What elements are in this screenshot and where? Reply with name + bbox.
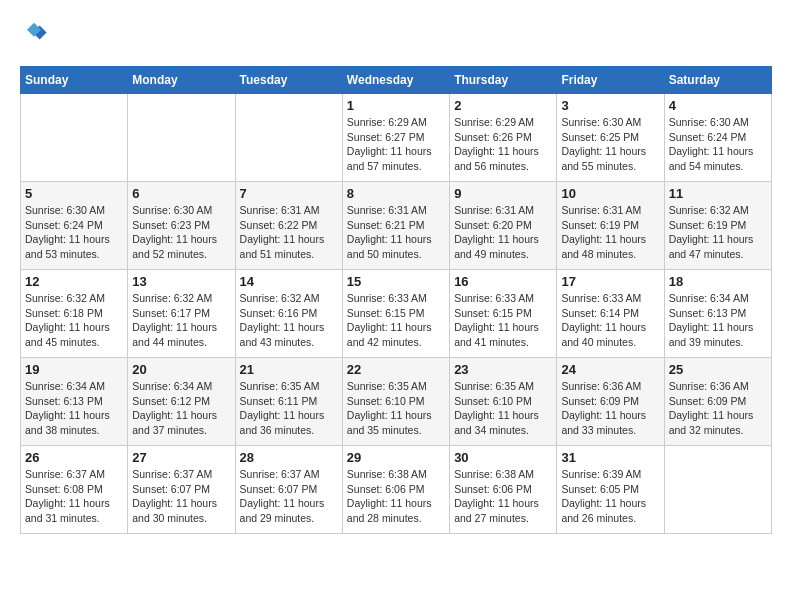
day-number: 17 <box>561 274 659 289</box>
calendar-cell: 7Sunrise: 6:31 AM Sunset: 6:22 PM Daylig… <box>235 182 342 270</box>
day-info: Sunrise: 6:36 AM Sunset: 6:09 PM Dayligh… <box>561 379 659 438</box>
day-number: 6 <box>132 186 230 201</box>
day-number: 31 <box>561 450 659 465</box>
day-info: Sunrise: 6:30 AM Sunset: 6:25 PM Dayligh… <box>561 115 659 174</box>
weekday-header-sunday: Sunday <box>21 67 128 94</box>
calendar-cell: 11Sunrise: 6:32 AM Sunset: 6:19 PM Dayli… <box>664 182 771 270</box>
calendar-cell <box>128 94 235 182</box>
day-info: Sunrise: 6:32 AM Sunset: 6:18 PM Dayligh… <box>25 291 123 350</box>
calendar-cell: 16Sunrise: 6:33 AM Sunset: 6:15 PM Dayli… <box>450 270 557 358</box>
calendar-cell: 29Sunrise: 6:38 AM Sunset: 6:06 PM Dayli… <box>342 446 449 534</box>
day-number: 28 <box>240 450 338 465</box>
weekday-header-monday: Monday <box>128 67 235 94</box>
day-number: 1 <box>347 98 445 113</box>
calendar-cell: 2Sunrise: 6:29 AM Sunset: 6:26 PM Daylig… <box>450 94 557 182</box>
calendar-cell <box>235 94 342 182</box>
day-info: Sunrise: 6:33 AM Sunset: 6:14 PM Dayligh… <box>561 291 659 350</box>
day-info: Sunrise: 6:35 AM Sunset: 6:10 PM Dayligh… <box>454 379 552 438</box>
day-number: 5 <box>25 186 123 201</box>
calendar-cell: 9Sunrise: 6:31 AM Sunset: 6:20 PM Daylig… <box>450 182 557 270</box>
day-number: 10 <box>561 186 659 201</box>
day-info: Sunrise: 6:34 AM Sunset: 6:13 PM Dayligh… <box>25 379 123 438</box>
day-number: 26 <box>25 450 123 465</box>
weekday-header-saturday: Saturday <box>664 67 771 94</box>
calendar-cell: 18Sunrise: 6:34 AM Sunset: 6:13 PM Dayli… <box>664 270 771 358</box>
calendar-cell: 12Sunrise: 6:32 AM Sunset: 6:18 PM Dayli… <box>21 270 128 358</box>
day-info: Sunrise: 6:31 AM Sunset: 6:22 PM Dayligh… <box>240 203 338 262</box>
day-number: 19 <box>25 362 123 377</box>
day-info: Sunrise: 6:38 AM Sunset: 6:06 PM Dayligh… <box>454 467 552 526</box>
calendar-cell: 30Sunrise: 6:38 AM Sunset: 6:06 PM Dayli… <box>450 446 557 534</box>
calendar-cell <box>21 94 128 182</box>
day-info: Sunrise: 6:31 AM Sunset: 6:20 PM Dayligh… <box>454 203 552 262</box>
calendar-cell: 31Sunrise: 6:39 AM Sunset: 6:05 PM Dayli… <box>557 446 664 534</box>
day-number: 9 <box>454 186 552 201</box>
general-blue-logo-icon <box>20 20 48 48</box>
day-info: Sunrise: 6:29 AM Sunset: 6:26 PM Dayligh… <box>454 115 552 174</box>
calendar-cell: 27Sunrise: 6:37 AM Sunset: 6:07 PM Dayli… <box>128 446 235 534</box>
day-number: 30 <box>454 450 552 465</box>
day-number: 16 <box>454 274 552 289</box>
calendar-cell: 23Sunrise: 6:35 AM Sunset: 6:10 PM Dayli… <box>450 358 557 446</box>
weekday-header-wednesday: Wednesday <box>342 67 449 94</box>
day-info: Sunrise: 6:37 AM Sunset: 6:07 PM Dayligh… <box>132 467 230 526</box>
day-number: 11 <box>669 186 767 201</box>
calendar-cell: 17Sunrise: 6:33 AM Sunset: 6:14 PM Dayli… <box>557 270 664 358</box>
calendar-cell: 3Sunrise: 6:30 AM Sunset: 6:25 PM Daylig… <box>557 94 664 182</box>
day-info: Sunrise: 6:31 AM Sunset: 6:21 PM Dayligh… <box>347 203 445 262</box>
calendar-cell: 15Sunrise: 6:33 AM Sunset: 6:15 PM Dayli… <box>342 270 449 358</box>
day-number: 4 <box>669 98 767 113</box>
day-number: 7 <box>240 186 338 201</box>
logo <box>20 20 52 48</box>
calendar-cell: 26Sunrise: 6:37 AM Sunset: 6:08 PM Dayli… <box>21 446 128 534</box>
day-number: 23 <box>454 362 552 377</box>
day-number: 14 <box>240 274 338 289</box>
day-number: 2 <box>454 98 552 113</box>
weekday-header-thursday: Thursday <box>450 67 557 94</box>
calendar-cell: 24Sunrise: 6:36 AM Sunset: 6:09 PM Dayli… <box>557 358 664 446</box>
calendar-table: SundayMondayTuesdayWednesdayThursdayFrid… <box>20 66 772 534</box>
day-info: Sunrise: 6:39 AM Sunset: 6:05 PM Dayligh… <box>561 467 659 526</box>
day-info: Sunrise: 6:35 AM Sunset: 6:10 PM Dayligh… <box>347 379 445 438</box>
weekday-header-friday: Friday <box>557 67 664 94</box>
calendar-cell: 25Sunrise: 6:36 AM Sunset: 6:09 PM Dayli… <box>664 358 771 446</box>
day-info: Sunrise: 6:34 AM Sunset: 6:13 PM Dayligh… <box>669 291 767 350</box>
weekday-header-tuesday: Tuesday <box>235 67 342 94</box>
day-number: 12 <box>25 274 123 289</box>
day-number: 13 <box>132 274 230 289</box>
day-number: 3 <box>561 98 659 113</box>
day-number: 29 <box>347 450 445 465</box>
calendar-cell: 21Sunrise: 6:35 AM Sunset: 6:11 PM Dayli… <box>235 358 342 446</box>
day-info: Sunrise: 6:33 AM Sunset: 6:15 PM Dayligh… <box>347 291 445 350</box>
day-number: 25 <box>669 362 767 377</box>
calendar-cell: 28Sunrise: 6:37 AM Sunset: 6:07 PM Dayli… <box>235 446 342 534</box>
day-info: Sunrise: 6:30 AM Sunset: 6:24 PM Dayligh… <box>25 203 123 262</box>
calendar-cell: 5Sunrise: 6:30 AM Sunset: 6:24 PM Daylig… <box>21 182 128 270</box>
day-info: Sunrise: 6:31 AM Sunset: 6:19 PM Dayligh… <box>561 203 659 262</box>
calendar-cell: 1Sunrise: 6:29 AM Sunset: 6:27 PM Daylig… <box>342 94 449 182</box>
day-info: Sunrise: 6:30 AM Sunset: 6:24 PM Dayligh… <box>669 115 767 174</box>
calendar-cell: 8Sunrise: 6:31 AM Sunset: 6:21 PM Daylig… <box>342 182 449 270</box>
day-info: Sunrise: 6:36 AM Sunset: 6:09 PM Dayligh… <box>669 379 767 438</box>
calendar-cell: 10Sunrise: 6:31 AM Sunset: 6:19 PM Dayli… <box>557 182 664 270</box>
calendar-cell: 13Sunrise: 6:32 AM Sunset: 6:17 PM Dayli… <box>128 270 235 358</box>
day-number: 18 <box>669 274 767 289</box>
day-info: Sunrise: 6:33 AM Sunset: 6:15 PM Dayligh… <box>454 291 552 350</box>
day-info: Sunrise: 6:32 AM Sunset: 6:16 PM Dayligh… <box>240 291 338 350</box>
day-info: Sunrise: 6:34 AM Sunset: 6:12 PM Dayligh… <box>132 379 230 438</box>
day-info: Sunrise: 6:29 AM Sunset: 6:27 PM Dayligh… <box>347 115 445 174</box>
day-info: Sunrise: 6:37 AM Sunset: 6:07 PM Dayligh… <box>240 467 338 526</box>
day-info: Sunrise: 6:32 AM Sunset: 6:17 PM Dayligh… <box>132 291 230 350</box>
calendar-cell: 19Sunrise: 6:34 AM Sunset: 6:13 PM Dayli… <box>21 358 128 446</box>
day-number: 20 <box>132 362 230 377</box>
day-info: Sunrise: 6:37 AM Sunset: 6:08 PM Dayligh… <box>25 467 123 526</box>
calendar-cell: 4Sunrise: 6:30 AM Sunset: 6:24 PM Daylig… <box>664 94 771 182</box>
day-number: 15 <box>347 274 445 289</box>
day-number: 8 <box>347 186 445 201</box>
day-info: Sunrise: 6:32 AM Sunset: 6:19 PM Dayligh… <box>669 203 767 262</box>
day-number: 27 <box>132 450 230 465</box>
calendar-cell: 6Sunrise: 6:30 AM Sunset: 6:23 PM Daylig… <box>128 182 235 270</box>
day-info: Sunrise: 6:38 AM Sunset: 6:06 PM Dayligh… <box>347 467 445 526</box>
day-number: 22 <box>347 362 445 377</box>
calendar-cell: 20Sunrise: 6:34 AM Sunset: 6:12 PM Dayli… <box>128 358 235 446</box>
